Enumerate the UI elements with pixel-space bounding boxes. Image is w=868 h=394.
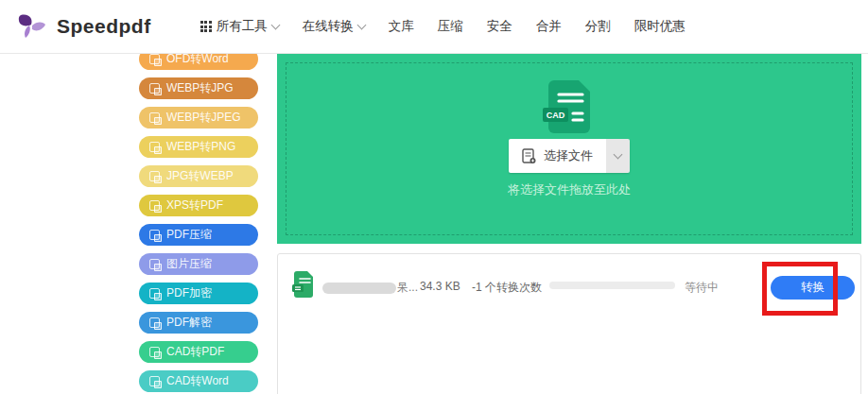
sidebar-item-pdf-encrypt[interactable]: PDF加密 — [139, 283, 258, 304]
file-doc-icon — [292, 270, 315, 302]
nav-item-label: 合并 — [536, 18, 562, 35]
sidebar-tools: OFD转Word WEBP转JPG WEBP转JPEG WEBP转PNG JPG… — [139, 48, 258, 394]
compress-icon — [149, 259, 160, 269]
sidebar-item-webp-to-jpeg[interactable]: WEBP转JPEG — [139, 107, 258, 128]
nav-item-security[interactable]: 安全 — [487, 18, 512, 35]
document-icon — [522, 148, 536, 164]
sidebar-item-label: PDF加密 — [166, 285, 212, 301]
sidebar-item-label: JPG转WEBP — [166, 168, 234, 184]
speedpdf-page: Speedpdf 所有工具 在线转换 文库 压缩 安全 合并 分割 限时优惠 — [0, 0, 868, 394]
sidebar-item-label: 图片压缩 — [166, 256, 212, 272]
cad-file-icon: CAD — [543, 78, 596, 135]
nav-item-label: 所有工具 — [217, 18, 268, 35]
sidebar-item-pdf-compress[interactable]: PDF压缩 — [139, 224, 258, 246]
nav-item-online-convert[interactable]: 在线转换 — [303, 18, 365, 35]
sidebar-item-image-compress[interactable]: 图片压缩 — [139, 253, 258, 275]
sidebar-item-label: XPS转PDF — [166, 197, 223, 214]
sidebar-item-label: PDF解密 — [166, 315, 212, 331]
convert-button[interactable]: 转换 — [771, 276, 855, 300]
sidebar-item-label: WEBP转JPG — [166, 80, 234, 96]
file-size: 34.3 KB — [420, 280, 460, 293]
nav-item-label: 在线转换 — [303, 18, 354, 35]
choose-file-split-button: 选择文件 — [509, 139, 630, 173]
sidebar-item-label: CAD转PDF — [166, 344, 224, 360]
chevron-down-icon — [356, 20, 366, 29]
progress-bar — [549, 282, 675, 289]
lock-icon — [149, 288, 160, 299]
nav-item-label: 安全 — [487, 18, 512, 35]
image-convert-icon — [149, 83, 160, 94]
sidebar-item-cad-to-pdf[interactable]: CAD转PDF — [139, 341, 258, 363]
dropzone-hint: 将选择文件拖放至此处 — [508, 181, 631, 198]
nav-item-label: 压缩 — [438, 18, 463, 35]
nav-item-label: 分割 — [585, 18, 611, 35]
unlock-icon — [149, 317, 160, 328]
conversion-credits: -1 个转换次数 — [472, 280, 542, 296]
brand-logo[interactable]: Speedpdf — [17, 11, 151, 42]
nav-item-merge[interactable]: 合并 — [536, 18, 562, 35]
compress-icon — [149, 230, 160, 240]
chevron-down-icon — [614, 149, 623, 159]
image-convert-icon — [149, 112, 160, 123]
sidebar-item-pdf-decrypt[interactable]: PDF解密 — [139, 312, 258, 334]
apps-grid-icon — [200, 21, 212, 32]
status-text: 等待中 — [685, 280, 719, 296]
nav-item-label: 限时优惠 — [634, 18, 686, 35]
sidebar-item-cad-to-word[interactable]: CAD转Word — [139, 370, 258, 392]
choose-file-dropdown-button[interactable] — [606, 139, 630, 173]
doc-convert-icon — [149, 54, 160, 64]
header: Speedpdf 所有工具 在线转换 文库 压缩 安全 合并 分割 限时优惠 — [0, 0, 868, 54]
choose-file-button[interactable]: 选择文件 — [509, 139, 606, 173]
nav-item-split[interactable]: 分割 — [585, 18, 611, 35]
file-row: 呆... 34.3 KB -1 个转换次数 等待中 转换 — [278, 254, 860, 315]
nav-item-label: 文库 — [389, 18, 414, 35]
brand-name: Speedpdf — [57, 15, 151, 38]
svg-text:CAD: CAD — [547, 111, 565, 120]
butterfly-logo-icon — [17, 11, 49, 42]
file-dropzone[interactable]: CAD 选择文件 — [277, 54, 861, 244]
sidebar-item-xps-to-pdf[interactable]: XPS转PDF — [139, 195, 258, 216]
file-name: 呆... — [322, 280, 418, 296]
sidebar-item-label: CAD转Word — [166, 373, 229, 389]
image-convert-icon — [149, 171, 160, 181]
nav-item-all-tools[interactable]: 所有工具 — [200, 18, 279, 35]
sidebar-item-label: PDF压缩 — [166, 227, 212, 243]
main-nav: 所有工具 在线转换 文库 压缩 安全 合并 分割 限时优惠 — [200, 18, 686, 35]
file-list-card: 呆... 34.3 KB -1 个转换次数 等待中 转换 — [277, 253, 861, 394]
image-convert-icon — [149, 142, 160, 152]
choose-file-label: 选择文件 — [544, 147, 593, 164]
nav-item-limited-offer[interactable]: 限时优惠 — [634, 18, 686, 35]
chevron-down-icon — [270, 20, 280, 29]
sidebar-item-label: WEBP转JPEG — [166, 110, 241, 126]
doc-convert-icon — [149, 347, 160, 357]
doc-convert-icon — [149, 200, 160, 211]
file-name-redacted-blur — [322, 283, 396, 294]
file-name-visible: 呆... — [397, 280, 418, 296]
nav-item-compress[interactable]: 压缩 — [438, 18, 463, 35]
sidebar-item-webp-to-jpg[interactable]: WEBP转JPG — [139, 77, 258, 99]
sidebar-item-jpg-to-webp[interactable]: JPG转WEBP — [139, 165, 258, 187]
sidebar-item-label: WEBP转PNG — [166, 139, 235, 155]
sidebar-item-webp-to-png[interactable]: WEBP转PNG — [139, 136, 258, 158]
nav-item-library[interactable]: 文库 — [389, 18, 414, 35]
doc-convert-icon — [149, 376, 160, 386]
